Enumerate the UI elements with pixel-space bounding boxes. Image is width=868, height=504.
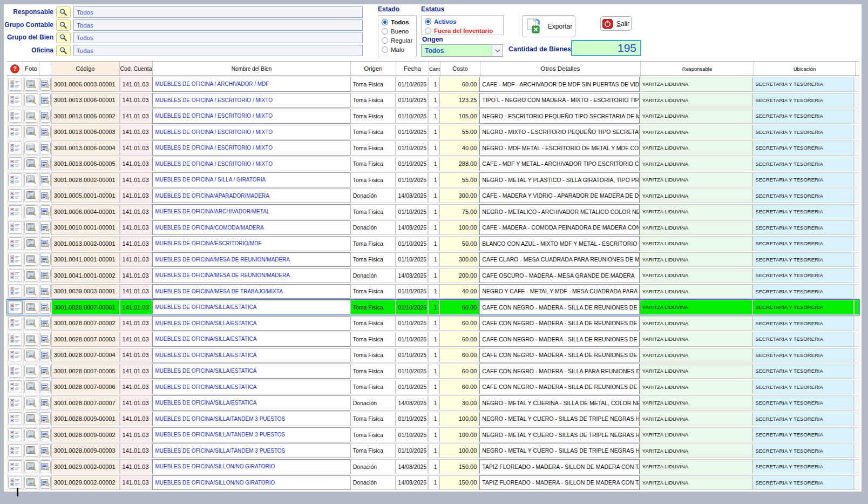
table-row[interactable]: 3001.0028.0009-00003141.01.03MUEBLES DE … [7,443,859,459]
grupo-contable-lookup-button[interactable] [56,19,71,31]
table-row[interactable]: 3001.0013.0006-00004141.01.03MUEBLES DE … [7,140,859,156]
row-details-button[interactable] [8,317,22,330]
row-details-button[interactable] [8,237,22,250]
row-photo-button[interactable] [24,253,38,266]
grupo-contable-input[interactable] [73,19,363,31]
grupo-del-bien-input[interactable] [73,32,363,43]
table-row[interactable]: 3001.0029.0002-00002141.01.03MUEBLES DE … [7,475,859,490]
row-edit-button[interactable] [40,460,51,473]
row-details-button[interactable] [8,189,22,202]
row-edit-button[interactable] [40,365,51,378]
row-details-button[interactable] [8,285,22,298]
table-row[interactable]: 3001.0028.0007-00002141.01.03MUEBLES DE … [7,316,859,331]
table-row[interactable]: 3001.0028.0009-00001141.01.03MUEBLES DE … [7,412,859,427]
table-row[interactable]: 3001.0041.0001-00002141.01.03MUEBLES DE … [7,268,859,283]
radio-estado-regular[interactable]: Regular [378,36,416,45]
row-photo-button[interactable] [24,142,38,154]
table-row[interactable]: 3001.0013.0006-00005141.01.03MUEBLES DE … [7,157,859,172]
row-photo-button[interactable] [24,125,38,138]
responsable-lookup-button[interactable] [56,6,71,18]
row-edit-button[interactable] [40,333,51,346]
row-details-button[interactable] [8,476,22,489]
radio-estado-bueno[interactable]: Bueno [378,26,416,36]
help-button[interactable]: ? [7,62,23,76]
row-edit-button[interactable] [40,269,51,282]
row-photo-button[interactable] [24,78,38,91]
row-photo-button[interactable] [24,157,38,170]
row-photo-button[interactable] [24,460,38,473]
row-photo-button[interactable] [24,380,38,393]
row-photo-button[interactable] [24,412,38,425]
row-details-button[interactable] [8,380,22,393]
row-edit-button[interactable] [40,78,51,91]
table-row[interactable]: 3001.0006.0003-00001141.01.03MUEBLES DE … [7,77,859,92]
table-row[interactable]: 3001.0029.0002-00001141.01.03MUEBLES DE … [7,459,859,474]
row-details-button[interactable] [8,173,22,186]
row-edit-button[interactable] [40,397,51,409]
oficina-lookup-button[interactable] [56,45,71,56]
row-edit-button[interactable] [40,301,51,314]
row-details-button[interactable] [8,365,22,378]
table-row[interactable]: 3001.0028.0007-00001141.01.03MUEBLES DE … [7,300,859,315]
row-edit-button[interactable] [40,205,51,218]
table-row[interactable]: 3001.0010.0001-00001141.01.03MUEBLES DE … [7,220,859,236]
row-details-button[interactable] [8,157,22,170]
row-photo-button[interactable] [24,205,38,218]
row-details-button[interactable] [8,253,22,266]
radio-estado-todos[interactable]: Todos [378,17,416,26]
table-row[interactable]: 3001.0039.0003-00001141.01.03MUEBLES DE … [7,284,859,299]
row-photo-button[interactable] [24,110,38,123]
row-edit-button[interactable] [40,189,51,202]
row-edit-button[interactable] [40,285,51,298]
row-photo-button[interactable] [24,333,38,346]
row-photo-button[interactable] [24,348,38,361]
row-photo-button[interactable] [24,173,38,186]
table-row[interactable]: 3001.0028.0009-00002141.01.03MUEBLES DE … [7,427,859,442]
row-edit-button[interactable] [40,173,51,186]
row-details-button[interactable] [8,333,22,346]
table-row[interactable]: 3001.0013.0006-00003141.01.03MUEBLES DE … [7,125,859,140]
row-details-button[interactable] [8,78,22,91]
row-details-button[interactable] [8,93,22,106]
row-photo-button[interactable] [24,93,38,106]
row-edit-button[interactable] [40,125,51,138]
row-edit-button[interactable] [40,348,51,361]
row-photo-button[interactable] [24,476,38,489]
row-edit-button[interactable] [40,412,51,425]
row-edit-button[interactable] [40,444,51,457]
radio-estatus-activos[interactable]: Activos [422,17,503,26]
row-photo-button[interactable] [24,269,38,282]
row-details-button[interactable] [8,348,22,361]
row-details-button[interactable] [8,205,22,218]
table-row[interactable]: 3001.0028.0007-00004141.01.03MUEBLES DE … [7,348,859,363]
row-edit-button[interactable] [40,110,51,123]
row-details-button[interactable] [8,221,22,234]
row-edit-button[interactable] [40,157,51,170]
row-edit-button[interactable] [40,142,51,154]
table-row[interactable]: 3001.0028.0007-00005141.01.03MUEBLES DE … [7,364,859,379]
table-row[interactable]: 3001.0013.0002-00001141.01.03MUEBLES DE … [7,236,859,251]
row-edit-button[interactable] [40,221,51,234]
grupo-del-bien-lookup-button[interactable] [56,32,71,43]
row-photo-button[interactable] [24,285,38,298]
table-row[interactable]: 3001.0013.0006-00002141.01.03MUEBLES DE … [7,109,859,124]
row-details-button[interactable] [8,110,22,123]
row-edit-button[interactable] [40,380,51,393]
table-row[interactable]: 3001.0005.0001-00001141.01.03MUEBLES DE … [7,189,859,204]
row-photo-button[interactable] [24,428,38,441]
row-edit-button[interactable] [40,476,51,489]
row-photo-button[interactable] [24,365,38,378]
row-details-button[interactable] [8,301,22,314]
row-details-button[interactable] [8,397,22,409]
row-edit-button[interactable] [40,93,51,106]
table-row[interactable]: 3001.0028.0007-00003141.01.03MUEBLES DE … [7,332,859,347]
origen-dropdown[interactable]: Todos [421,44,503,57]
row-edit-button[interactable] [40,237,51,250]
responsable-input[interactable] [73,6,363,18]
row-edit-button[interactable] [40,428,51,441]
row-photo-button[interactable] [24,444,38,457]
row-photo-button[interactable] [24,189,38,202]
row-photo-button[interactable] [24,237,38,250]
row-details-button[interactable] [8,412,22,425]
exportar-button[interactable]: Exportar [522,15,575,37]
